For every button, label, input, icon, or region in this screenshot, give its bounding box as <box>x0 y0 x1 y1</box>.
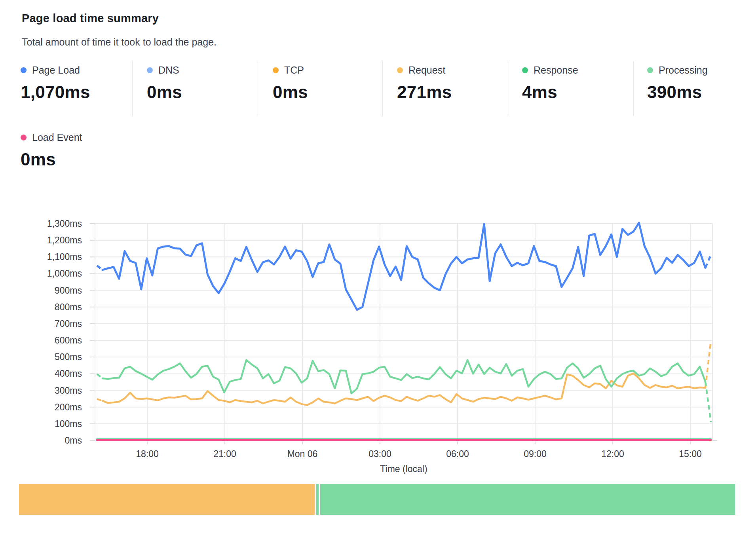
y-axis-label: 100ms <box>55 419 82 429</box>
bar-segment-processing-share <box>320 484 735 515</box>
x-axis-label: 03:00 <box>369 449 391 459</box>
x-axis-label: 15:00 <box>679 449 702 459</box>
stat-label: DNS <box>158 65 179 76</box>
stat-label: Processing <box>659 65 708 76</box>
timing-breakdown-bar <box>19 484 735 515</box>
dns-dot-icon <box>147 67 153 73</box>
stat-value: 390ms <box>647 82 708 102</box>
stat-response: Response 4ms <box>522 65 578 102</box>
stat-dns: DNS 0ms <box>147 65 182 102</box>
y-axis-label: 1,300ms <box>47 218 82 229</box>
y-axis-label: 1,000ms <box>47 268 82 279</box>
stat-label: Response <box>534 65 578 76</box>
y-axis-label: 1,100ms <box>47 252 82 262</box>
stat-value: 0ms <box>147 82 182 102</box>
series-line-page-load-dash <box>97 266 103 270</box>
series-line-processing <box>103 360 705 393</box>
y-axis-label: 400ms <box>55 368 82 379</box>
y-axis-label: 800ms <box>55 302 82 312</box>
x-axis-label: 09:00 <box>524 449 547 459</box>
stat-request: Request 271ms <box>397 65 452 102</box>
stat-divider <box>633 61 634 116</box>
load-event-dot-icon <box>21 135 27 140</box>
stat-divider <box>382 61 383 116</box>
stat-tcp: TCP 0ms <box>273 65 308 102</box>
x-axis-label: Mon 06 <box>287 449 318 459</box>
y-axis-label: 700ms <box>55 319 82 329</box>
y-axis-label: 500ms <box>55 352 82 362</box>
x-axis-label: 21:00 <box>213 449 236 459</box>
stat-processing: Processing 390ms <box>647 65 708 102</box>
y-axis-label: 200ms <box>55 402 82 412</box>
load-time-line-chart: 0ms100ms200ms300ms400ms500ms600ms700ms80… <box>0 170 756 483</box>
stat-label: Request <box>408 65 445 76</box>
stat-value: 0ms <box>273 82 308 102</box>
y-axis-label: 600ms <box>55 335 82 345</box>
request-dot-icon <box>397 67 403 73</box>
y-axis-label: 900ms <box>55 285 82 296</box>
stat-value: 1,070ms <box>21 82 90 102</box>
page-load-summary-card: Page load time summary Total amount of t… <box>0 0 756 535</box>
processing-dot-icon <box>647 67 653 73</box>
x-axis-title: Time (local) <box>380 464 427 474</box>
stat-page-load: Page Load 1,070ms <box>21 65 90 102</box>
stat-value: 271ms <box>397 82 452 102</box>
page-subtitle: Total amount of time it took to load the… <box>22 36 217 48</box>
stat-divider <box>132 61 133 116</box>
stat-load-event: Load Event 0ms <box>21 132 82 169</box>
y-axis-label: 1,200ms <box>47 235 82 245</box>
stat-divider <box>258 61 258 116</box>
series-line-page-load <box>103 223 705 310</box>
stat-value: 4ms <box>522 82 578 102</box>
x-axis-label: 18:00 <box>136 449 159 459</box>
series-line-processing-dash <box>97 374 103 378</box>
tcp-dot-icon <box>273 67 279 73</box>
stat-value: 0ms <box>21 150 82 169</box>
x-axis-label: 12:00 <box>601 449 624 459</box>
page-title: Page load time summary <box>22 12 159 25</box>
stat-label: TCP <box>284 65 304 76</box>
stat-divider <box>509 61 509 116</box>
stat-label: Load Event <box>32 132 82 143</box>
y-axis-label: 300ms <box>55 385 82 396</box>
series-line-request-dash <box>705 341 711 388</box>
stat-label: Page Load <box>32 65 80 76</box>
bar-segment-request-share <box>19 484 315 515</box>
response-dot-icon <box>522 67 528 73</box>
y-axis-label: 0ms <box>65 435 82 446</box>
page-load-dot-icon <box>21 67 27 73</box>
x-axis-label: 06:00 <box>446 449 469 459</box>
